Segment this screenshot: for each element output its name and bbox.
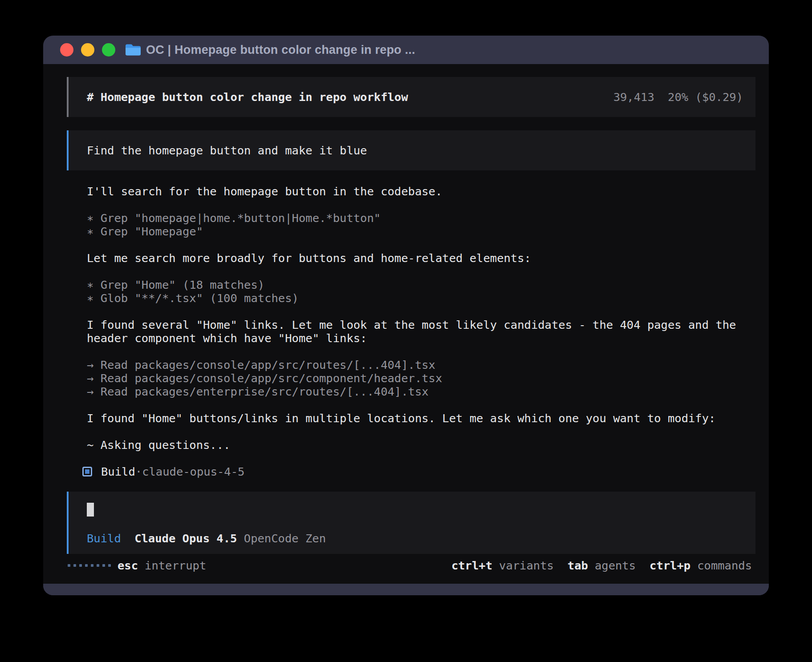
user-message-text: Find the homepage button and make it blu…	[87, 144, 367, 157]
session-cost: ($0.29)	[695, 90, 743, 104]
window-footer	[43, 584, 769, 595]
agent-status-line: Build · claude-opus-4-5	[82, 465, 755, 478]
spinner-dot	[79, 564, 82, 567]
transcript-line	[87, 198, 755, 211]
transcript-line	[87, 305, 755, 318]
transcript-line	[87, 265, 755, 278]
shortcut-hint: tabagents	[568, 559, 636, 572]
transcript-line: header component which have "Home" links…	[87, 331, 755, 345]
esc-action-label: interrupt	[145, 559, 206, 572]
input-status-line: Build Claude Opus 4.5 OpenCode Zen	[87, 532, 755, 545]
spinner-dot	[108, 564, 111, 567]
transcript-line	[87, 398, 755, 412]
shortcut-key: tab	[568, 559, 588, 572]
token-count: 39,413	[613, 90, 654, 104]
esc-key-hint: esc	[118, 559, 138, 572]
spinner-dot	[91, 564, 93, 567]
spinner-dot	[85, 564, 88, 567]
status-left: esc interrupt	[68, 559, 206, 572]
shortcut-key: ctrl+p	[650, 559, 690, 572]
prompt-input[interactable]: Build Claude Opus 4.5 OpenCode Zen	[67, 492, 755, 554]
transcript-line	[87, 345, 755, 358]
spinner-dot	[73, 564, 76, 567]
shortcut-key: ctrl+t	[451, 559, 492, 572]
transcript-line: → Read packages/enterprise/src/routes/[.…	[87, 385, 755, 398]
window-title: OC | Homepage button color change in rep…	[146, 43, 415, 57]
transcript-line	[87, 238, 755, 251]
text-cursor	[87, 503, 94, 517]
session-header: # Homepage button color change in repo w…	[67, 77, 755, 117]
shortcut-hint: ctrl+pcommands	[650, 559, 752, 572]
session-title: # Homepage button color change in repo w…	[87, 90, 408, 104]
user-message: Find the homepage button and make it blu…	[67, 130, 755, 170]
keyboard-shortcuts: ctrl+tvariantstabagentsctrl+pcommands	[451, 559, 752, 572]
spinner-dot	[97, 564, 99, 567]
agent-name: Build	[101, 465, 135, 478]
traffic-lights	[60, 43, 115, 57]
separator-dot: ·	[135, 465, 142, 478]
desktop: OC | Homepage button color change in rep…	[0, 0, 812, 662]
zoom-button[interactable]	[102, 43, 115, 57]
transcript-line: ~ Asking questions...	[87, 438, 755, 452]
transcript-line: I found "Home" buttons/links in multiple…	[87, 412, 755, 425]
provider-label: OpenCode Zen	[244, 532, 326, 545]
transcript-line	[87, 425, 755, 438]
status-bar: esc interrupt ctrl+tvariantstabagentsctr…	[67, 559, 755, 572]
window-titlebar[interactable]: OC | Homepage button color change in rep…	[43, 36, 769, 64]
transcript-line: → Read packages/console/app/src/componen…	[87, 371, 755, 385]
spinner-dot	[68, 564, 70, 567]
transcript-line: ∗ Grep "Homepage"	[87, 225, 755, 238]
transcript-line: I'll search for the homepage button in t…	[87, 185, 755, 198]
spinner-dots	[68, 564, 111, 567]
terminal-content: # Homepage button color change in repo w…	[43, 64, 769, 584]
transcript-line: ∗ Grep "Home" (18 matches)	[87, 278, 755, 291]
minimize-button[interactable]	[81, 43, 94, 57]
shortcut-label: variants	[499, 559, 554, 572]
transcript-line: ∗ Glob "**/*.tsx" (100 matches)	[87, 291, 755, 305]
assistant-transcript: I'll search for the homepage button in t…	[87, 185, 755, 452]
agent-model: claude-opus-4-5	[142, 465, 244, 478]
spinner-dot	[102, 564, 105, 567]
context-percent: 20%	[668, 90, 688, 104]
transcript-line: ∗ Grep "homepage|home.*button|Home.*butt…	[87, 211, 755, 225]
session-stats: 39,413 20% ($0.29)	[613, 90, 743, 104]
mode-label: Build	[87, 532, 121, 545]
transcript-line: Let me search more broadly for buttons a…	[87, 251, 755, 265]
terminal-window: OC | Homepage button color change in rep…	[43, 36, 769, 595]
close-button[interactable]	[60, 43, 73, 57]
shortcut-label: commands	[697, 559, 752, 572]
shortcut-hint: ctrl+tvariants	[451, 559, 554, 572]
model-label: Claude Opus 4.5	[134, 532, 237, 545]
transcript-line: I found several "Home" links. Let me loo…	[87, 318, 755, 331]
agent-icon	[82, 467, 92, 476]
folder-icon	[125, 43, 142, 57]
transcript-line: → Read packages/console/app/src/routes/[…	[87, 358, 755, 371]
shortcut-label: agents	[595, 559, 636, 572]
